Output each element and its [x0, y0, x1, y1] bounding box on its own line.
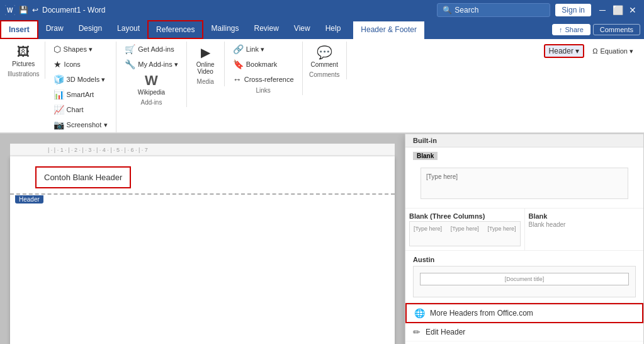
- quick-access-save[interactable]: 💾: [19, 6, 28, 14]
- svg-text:W: W: [7, 7, 13, 14]
- tab-review[interactable]: Review: [246, 20, 286, 39]
- title-text: Document1 - Word: [42, 6, 105, 14]
- chart-icon: 📈: [54, 105, 64, 115]
- blank-preview[interactable]: [Type here]: [421, 168, 628, 199]
- tab-mailings[interactable]: Mailings: [203, 20, 246, 39]
- tab-insert[interactable]: Insert: [0, 20, 38, 39]
- online-video-button[interactable]: ▶ OnlineVideo: [193, 43, 218, 77]
- comments-button[interactable]: Comments: [593, 24, 640, 35]
- screenshot-icon: 📷: [54, 120, 64, 130]
- document-area: | · | · 1 · | · 2 · | · 3 · | · 4 · | · …: [0, 134, 405, 344]
- header-area: Contoh Blank Header Header: [10, 156, 395, 195]
- search-icon: 🔍: [443, 6, 452, 14]
- comment-button[interactable]: 💬 Comment: [308, 43, 341, 70]
- minimize-button[interactable]: ─: [596, 4, 609, 16]
- wikipedia-button[interactable]: W Wikipedia: [135, 71, 168, 98]
- document-page: Contoh Blank Header Header: [10, 156, 395, 344]
- remove-header-button[interactable]: 🗑 Remove Header: [405, 341, 643, 344]
- close-button[interactable]: ✕: [626, 4, 639, 16]
- search-bar[interactable]: 🔍 Search: [437, 3, 550, 17]
- austin-preview[interactable]: [Document title]: [413, 266, 636, 297]
- built-in-label: Built-in: [405, 134, 643, 147]
- blank-three-cols-item[interactable]: Blank (Three Columns) [Type here] [Type …: [405, 209, 525, 250]
- group-media: ▶ OnlineVideo Media: [187, 42, 225, 86]
- two-col-section: Blank (Three Columns) [Type here] [Type …: [405, 209, 643, 251]
- tab-draw[interactable]: Draw: [38, 20, 71, 39]
- sign-in-button[interactable]: Sign in: [555, 4, 591, 16]
- tab-design[interactable]: Design: [71, 20, 110, 39]
- word-icon: W: [5, 5, 15, 15]
- icons-icon: ★: [54, 59, 62, 69]
- get-addins-icon: 🛒: [125, 44, 135, 54]
- link-button[interactable]: 🔗 Link ▾: [230, 43, 268, 55]
- header-footer-group: Header ▾ Ω Equation ▾: [539, 42, 641, 60]
- document-body[interactable]: [10, 195, 395, 321]
- globe-icon: 🌐: [414, 308, 425, 318]
- ruler: | · | · 1 · | · 2 · | · 3 · | · 4 · | · …: [10, 144, 395, 156]
- shapes-button[interactable]: ⬡ Shapes ▾: [50, 43, 96, 55]
- restore-button[interactable]: ⬜: [611, 4, 624, 16]
- tab-references[interactable]: References: [147, 20, 203, 39]
- link-icon: 🔗: [233, 44, 244, 54]
- icons-button[interactable]: ★ Icons: [50, 58, 84, 71]
- austin-section: Austin [Document title]: [405, 251, 643, 303]
- header-label-tag: Header: [15, 195, 43, 204]
- get-addins-button[interactable]: 🛒 Get Add-ins: [121, 43, 177, 55]
- title-bar: W 💾 ↩ Document1 - Word 🔍 Search Sign in …: [0, 0, 644, 20]
- equation-icon: Ω: [592, 47, 597, 55]
- share-button[interactable]: ↑ Share: [552, 24, 590, 35]
- shapes-icon: ⬡: [54, 44, 61, 54]
- online-video-icon: ▶: [201, 45, 210, 60]
- quick-access-undo[interactable]: ↩: [32, 6, 38, 14]
- header-dropdown-button[interactable]: Header ▾: [544, 44, 585, 58]
- edit-header-button[interactable]: ✏ Edit Header: [405, 323, 643, 341]
- blank-item2[interactable]: Blank Blank header: [525, 209, 644, 250]
- tab-header-footer[interactable]: Header & Footer: [353, 20, 424, 39]
- cross-reference-icon: ↔: [233, 74, 242, 84]
- comment-icon: 💬: [317, 45, 332, 60]
- 3d-models-button[interactable]: 🧊 3D Models ▾: [50, 73, 109, 86]
- tab-layout[interactable]: Layout: [110, 20, 147, 39]
- header-text: Contoh Blank Header: [44, 173, 122, 182]
- group-addins: 🛒 Get Add-ins 🔧 My Add-ins ▾ W Wikipedia…: [116, 42, 186, 107]
- ribbon: Insert Draw Design Layout References Mai…: [0, 20, 644, 134]
- tab-help[interactable]: Help: [318, 20, 349, 39]
- header-content-box: Contoh Blank Header: [35, 166, 131, 188]
- group-pictures: 🖼 Pictures Illustrations: [3, 42, 45, 79]
- edit-icon: ✏: [413, 327, 421, 337]
- tab-view[interactable]: View: [286, 20, 318, 39]
- blank-section: Blank [Type here]: [405, 147, 643, 209]
- screenshot-button[interactable]: 📷 Screenshot ▾: [50, 118, 111, 131]
- 3d-models-icon: 🧊: [54, 74, 64, 84]
- group-comments: 💬 Comment Comments: [303, 42, 347, 79]
- smartart-button[interactable]: 📊 SmartArt: [50, 88, 97, 101]
- bookmark-button[interactable]: 🔖 Bookmark: [230, 58, 281, 71]
- three-cols-preview: [Type here] [Type here] [Type here]: [409, 221, 521, 246]
- group-illustrations: ⬡ Shapes ▾ ★ Icons 🧊 3D Models ▾ 📊 Smart…: [45, 42, 117, 132]
- wikipedia-icon: W: [145, 72, 158, 89]
- my-addins-icon: 🔧: [125, 59, 135, 69]
- smartart-icon: 📊: [54, 89, 64, 100]
- bookmark-icon: 🔖: [233, 59, 244, 69]
- header-dropdown-panel: Built-in Blank [Type here] Blank (Three …: [405, 134, 644, 344]
- group-links: 🔗 Link ▾ 🔖 Bookmark ↔ Cross-reference Li…: [225, 42, 303, 95]
- my-addins-button[interactable]: 🔧 My Add-ins ▾: [121, 58, 181, 71]
- chart-button[interactable]: 📈 Chart: [50, 103, 87, 116]
- equation-button[interactable]: Ω Equation ▾: [589, 46, 636, 57]
- more-headers-button[interactable]: 🌐 More Headers from Office.com: [405, 303, 643, 323]
- pictures-button[interactable]: 🖼 Pictures: [9, 43, 38, 69]
- pictures-icon: 🖼: [17, 45, 30, 59]
- cross-reference-button[interactable]: ↔ Cross-reference: [230, 73, 297, 86]
- share-icon: ↑: [559, 26, 563, 33]
